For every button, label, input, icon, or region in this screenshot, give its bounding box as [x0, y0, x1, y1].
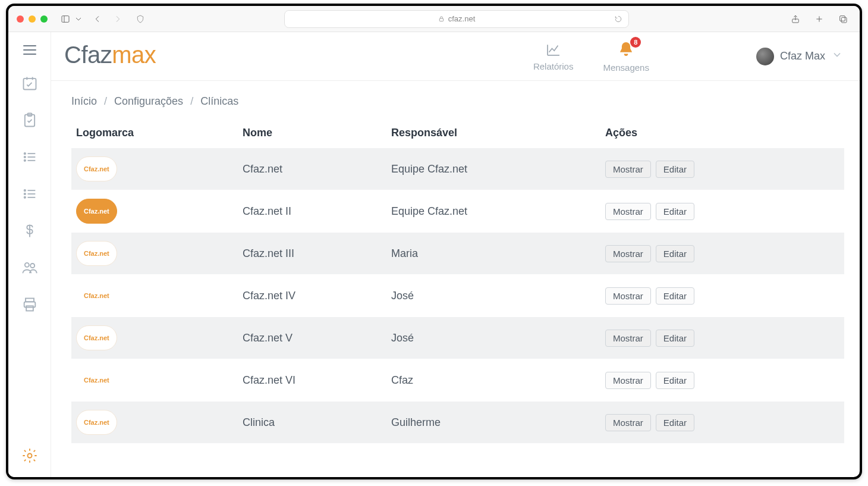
- edit-button[interactable]: Editar: [656, 203, 694, 220]
- crumb-current: Clínicas: [200, 95, 238, 108]
- forward-button[interactable]: [109, 11, 126, 27]
- th-resp: Responsável: [386, 121, 600, 148]
- clinic-name: Cfaz.net II: [238, 190, 386, 233]
- rail-list-icon[interactable]: [21, 149, 38, 165]
- share-icon[interactable]: [787, 11, 804, 27]
- table-row: Cfaz.netCfaz.net IIEquipe Cfaz.netMostra…: [71, 190, 844, 233]
- avatar: [756, 48, 774, 65]
- clinic-logo-icon: Cfaz.net: [76, 410, 117, 435]
- table-row: Cfaz.netCfaz.net VICfazMostrarEditar: [71, 359, 844, 402]
- svg-point-14: [24, 263, 29, 267]
- app-header: Cfazmax Relatórios 8 Mensagens: [51, 32, 860, 81]
- svg-rect-0: [62, 15, 69, 22]
- clinic-logo-icon: Cfaz.net: [76, 325, 117, 350]
- clinics-table: Logomarca Nome Responsável Ações Cfaz.ne…: [71, 121, 844, 443]
- show-button[interactable]: Mostrar: [605, 245, 651, 262]
- svg-point-9: [24, 156, 25, 158]
- clinic-logo-icon: Cfaz.net: [76, 156, 117, 181]
- show-button[interactable]: Mostrar: [605, 414, 651, 431]
- rail-print-icon[interactable]: [21, 296, 38, 313]
- window-controls[interactable]: [17, 15, 48, 23]
- privacy-shield-icon[interactable]: [132, 11, 149, 27]
- show-button[interactable]: Mostrar: [605, 287, 651, 305]
- rail-users-icon[interactable]: [21, 259, 38, 276]
- th-actions: Ações: [600, 121, 844, 148]
- clinic-logo-icon: Cfaz.net: [76, 283, 117, 308]
- notification-badge: 8: [630, 37, 641, 48]
- svg-point-15: [30, 264, 34, 268]
- svg-rect-1: [439, 18, 443, 21]
- left-rail: [8, 32, 51, 477]
- svg-point-8: [24, 153, 25, 154]
- svg-point-10: [24, 160, 25, 161]
- maximize-icon[interactable]: [40, 15, 48, 23]
- edit-button[interactable]: Editar: [656, 414, 694, 431]
- url-text: cfaz.net: [448, 14, 476, 23]
- rail-calendar-check-icon[interactable]: [21, 75, 38, 92]
- app-logo[interactable]: Cfazmax: [64, 42, 156, 68]
- tabs-overview-icon[interactable]: [835, 11, 851, 27]
- clinic-responsible: Equipe Cfaz.net: [386, 148, 600, 190]
- nav-messages[interactable]: 8 Mensagens: [603, 40, 649, 73]
- clinic-name: Cfaz.net VI: [238, 359, 386, 402]
- edit-button[interactable]: Editar: [656, 287, 694, 305]
- user-name: Cfaz Max: [780, 50, 825, 62]
- svg-point-19: [27, 454, 32, 458]
- clinic-responsible: Equipe Cfaz.net: [386, 190, 600, 233]
- table-row: Cfaz.netCfaz.netEquipe Cfaz.netMostrarEd…: [71, 148, 844, 190]
- new-tab-icon[interactable]: [811, 11, 828, 27]
- clinic-name: Cfaz.net IV: [238, 275, 386, 317]
- th-logo: Logomarca: [71, 121, 238, 148]
- browser-window: cfaz.net: [6, 4, 862, 479]
- breadcrumb: Início / Configurações / Clínicas: [71, 95, 844, 108]
- clinic-logo-icon: Cfaz.net: [76, 368, 117, 393]
- clinic-name: Cfaz.net: [238, 148, 386, 190]
- content-area: Cfazmax Relatórios 8 Mensagens: [51, 32, 860, 477]
- address-bar[interactable]: cfaz.net: [284, 10, 629, 28]
- edit-button[interactable]: Editar: [656, 372, 694, 389]
- clinic-name: Cfaz.net V: [238, 317, 386, 359]
- svg-point-11: [24, 190, 25, 191]
- crumb-settings[interactable]: Configurações: [114, 95, 183, 108]
- rail-finance-icon[interactable]: [21, 222, 38, 239]
- clinic-responsible: Cfaz: [386, 359, 600, 402]
- clinic-responsible: Guilherme: [386, 402, 600, 444]
- svg-rect-3: [840, 15, 845, 21]
- reload-icon[interactable]: [614, 15, 622, 25]
- svg-point-13: [24, 197, 25, 198]
- show-button[interactable]: Mostrar: [605, 330, 651, 347]
- show-button[interactable]: Mostrar: [605, 372, 651, 389]
- svg-rect-4: [841, 17, 847, 23]
- table-row: Cfaz.netCfaz.net IIIMariaMostrarEditar: [71, 233, 844, 275]
- show-button[interactable]: Mostrar: [605, 203, 651, 220]
- chevron-down-icon[interactable]: [70, 11, 87, 27]
- edit-button[interactable]: Editar: [656, 245, 694, 262]
- th-name: Nome: [238, 121, 386, 148]
- clinic-name: Cfaz.net III: [238, 233, 386, 275]
- table-row: Cfaz.netCfaz.net IVJoséMostrarEditar: [71, 275, 844, 317]
- svg-point-12: [24, 193, 25, 195]
- clinic-responsible: Maria: [386, 233, 600, 275]
- main-content: Início / Configurações / Clínicas Logoma…: [51, 81, 860, 477]
- edit-button[interactable]: Editar: [656, 161, 694, 178]
- back-button[interactable]: [89, 11, 106, 27]
- user-menu[interactable]: Cfaz Max: [756, 48, 843, 65]
- rail-settings-icon[interactable]: [21, 447, 38, 464]
- clinic-name: Clinica: [238, 402, 386, 444]
- minimize-icon[interactable]: [29, 15, 36, 23]
- clinic-logo-icon: Cfaz.net: [76, 241, 117, 266]
- rail-list2-icon[interactable]: [21, 186, 38, 202]
- table-row: Cfaz.netCfaz.net VJoséMostrarEditar: [71, 317, 844, 359]
- chart-line-icon: [545, 41, 562, 59]
- show-button[interactable]: Mostrar: [605, 161, 651, 178]
- close-icon[interactable]: [17, 15, 24, 23]
- app-root: Cfazmax Relatórios 8 Mensagens: [8, 32, 860, 477]
- svg-rect-18: [26, 306, 33, 311]
- edit-button[interactable]: Editar: [656, 330, 694, 347]
- crumb-home[interactable]: Início: [71, 95, 97, 108]
- rail-clipboard-check-icon[interactable]: [21, 112, 38, 128]
- nav-reports[interactable]: Relatórios: [533, 41, 574, 71]
- clinic-responsible: José: [386, 317, 600, 359]
- chevron-down-icon: [831, 49, 843, 64]
- menu-toggle[interactable]: [23, 45, 36, 55]
